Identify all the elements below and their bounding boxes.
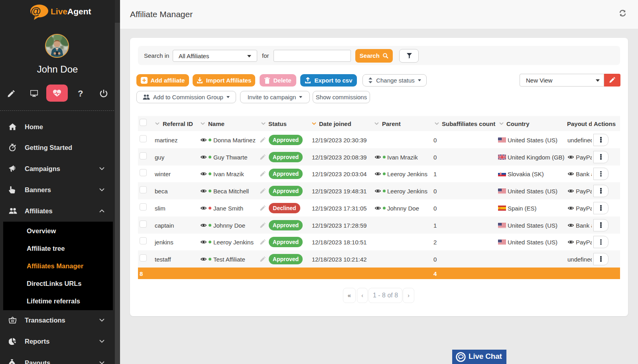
svg-text:$: $ (11, 362, 13, 364)
svg-text:@: @ (31, 5, 41, 17)
